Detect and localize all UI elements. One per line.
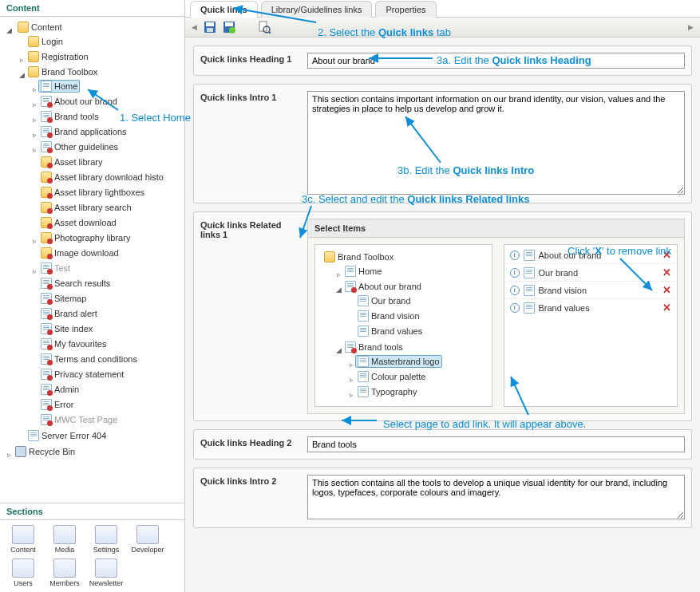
- tree-label: Brand Toolbox: [338, 252, 394, 262]
- tree-item-asset-library-lightboxes[interactable]: Asset library lightboxes: [38, 186, 147, 199]
- tree-item-brand-applications[interactable]: Brand applications: [38, 125, 129, 138]
- scroll-left-icon[interactable]: ◀: [192, 23, 197, 31]
- toggle-icon[interactable]: ▹: [347, 361, 355, 369]
- save-icon[interactable]: [204, 21, 216, 34]
- tree-item-error[interactable]: Error: [38, 398, 76, 411]
- tree-label: Search results: [54, 278, 110, 288]
- page-icon: [41, 308, 52, 319]
- intro-2-textarea[interactable]: This section contains all the tools to d…: [307, 475, 685, 519]
- save-publish-icon[interactable]: [223, 21, 235, 34]
- mini-tree-brand-tools[interactable]: Brand tools: [342, 341, 405, 353]
- tree-item-image-download[interactable]: Image download: [38, 247, 121, 259]
- tree-item-server-error[interactable]: Server Error 404: [26, 429, 109, 442]
- mini-tree[interactable]: Brand Toolbox ▹Home ◢About our brand ▹Ou…: [314, 244, 492, 407]
- page-icon: [41, 126, 52, 137]
- tree-item-recycle-bin[interactable]: Recycle Bin: [13, 445, 77, 458]
- remove-icon[interactable]: ✕: [662, 249, 671, 261]
- toggle-icon[interactable]: ▹: [347, 391, 355, 399]
- section-media[interactable]: Media: [46, 525, 83, 554]
- section-settings[interactable]: Settings: [88, 525, 125, 554]
- toggle-icon[interactable]: ◢: [5, 26, 13, 34]
- tree-item-photography-library[interactable]: Photography library: [38, 231, 132, 244]
- mini-tree-typography[interactable]: Typography: [355, 385, 419, 398]
- mini-tree-brand-values[interactable]: Brand values: [355, 325, 425, 337]
- tree-item-brand-tools[interactable]: Brand tools: [38, 110, 101, 123]
- info-icon[interactable]: i: [510, 303, 520, 313]
- toggle-icon[interactable]: ▹: [30, 146, 38, 154]
- toggle-icon[interactable]: ▹: [30, 85, 38, 93]
- remove-icon[interactable]: ✕: [662, 284, 671, 296]
- section-users[interactable]: Users: [5, 558, 42, 587]
- section-label: Members: [49, 579, 80, 587]
- tree-item-mwc-test-page[interactable]: MWC Test Page: [38, 413, 120, 426]
- info-icon[interactable]: i: [510, 251, 520, 260]
- toggle-icon[interactable]: ▹: [30, 237, 38, 245]
- toggle-icon[interactable]: ▹: [30, 116, 38, 124]
- section-newsletter[interactable]: Newsletter: [88, 558, 125, 587]
- toggle-icon[interactable]: ▹: [30, 131, 38, 139]
- tree-item-other-guidelines[interactable]: Other guidelines: [38, 140, 121, 153]
- mini-tree-colour-palette[interactable]: Colour palette: [355, 370, 429, 383]
- tree-item-brand-alert[interactable]: Brand alert: [38, 307, 100, 320]
- svg-rect-4: [225, 22, 233, 26]
- toggle-icon[interactable]: ▹: [30, 101, 38, 109]
- scroll-right-icon[interactable]: ▶: [688, 23, 694, 31]
- tree-item-privacy-statement[interactable]: Privacy statement: [38, 368, 126, 381]
- page-icon: [41, 323, 52, 334]
- remove-icon[interactable]: ✕: [662, 302, 671, 314]
- tab-properties[interactable]: Properties: [375, 1, 436, 18]
- mini-tree-brand-vision[interactable]: Brand vision: [355, 310, 422, 322]
- page-icon: [41, 338, 52, 349]
- mini-tree-about-brand[interactable]: About our brand: [342, 280, 424, 293]
- toggle-icon[interactable]: ▹: [18, 56, 26, 64]
- tree-item-registration[interactable]: Registration: [26, 50, 91, 63]
- toggle-icon[interactable]: ▹: [334, 270, 342, 278]
- tree-item-asset-library-search[interactable]: Asset library search: [38, 201, 134, 214]
- tab-quick-links[interactable]: Quick links: [190, 1, 258, 18]
- toggle-icon[interactable]: ▹: [30, 267, 38, 275]
- tree-item-login[interactable]: Login: [26, 35, 65, 48]
- section-content[interactable]: Content: [5, 525, 42, 554]
- mini-tree-brand-toolbox[interactable]: Brand Toolbox: [322, 251, 396, 263]
- section-members[interactable]: Members: [46, 558, 83, 587]
- tree-item-home[interactable]: Home: [38, 80, 80, 93]
- tree-item-brand-toolbox[interactable]: Brand Toolbox: [26, 65, 100, 78]
- mini-tree-our-brand[interactable]: Our brand: [355, 294, 413, 307]
- tree-item-terms-conditions[interactable]: Terms and conditions: [38, 353, 140, 365]
- toggle-icon[interactable]: ▹: [347, 376, 355, 384]
- content-tree[interactable]: ◢ Content ▹Login ▹Registration ◢Brand To…: [0, 17, 184, 503]
- preview-icon[interactable]: [258, 21, 271, 34]
- tree-item-test[interactable]: Test: [38, 262, 73, 274]
- intro-1-textarea[interactable]: This section contains important informat…: [307, 91, 685, 195]
- tree-item-my-favourites[interactable]: My favourites: [38, 337, 109, 350]
- tree-item-search-results[interactable]: Search results: [38, 277, 113, 290]
- section-label: Users: [14, 579, 33, 587]
- info-icon[interactable]: i: [510, 286, 520, 295]
- page-icon: [41, 353, 52, 365]
- tab-library-guidelines[interactable]: Library/Guidelines links: [261, 1, 373, 18]
- section-developer[interactable]: Developer: [129, 525, 166, 554]
- toggle-icon[interactable]: ▹: [5, 451, 13, 459]
- heading-1-input[interactable]: [307, 53, 685, 69]
- mini-tree-masterbrand-logo[interactable]: Masterbrand logo: [355, 355, 442, 368]
- tree-item-admin[interactable]: Admin: [38, 383, 81, 396]
- info-icon[interactable]: i: [510, 268, 520, 278]
- tree-item-asset-library[interactable]: Asset library: [38, 156, 105, 168]
- tree-item-asset-download[interactable]: Asset download: [38, 216, 119, 229]
- tree-item-about-brand[interactable]: About our brand: [38, 95, 120, 108]
- heading-2-input[interactable]: [307, 436, 685, 452]
- selected-item-label: Brand vision: [539, 286, 587, 295]
- toggle-icon[interactable]: ◢: [334, 286, 342, 294]
- tree-item-sitemap[interactable]: Sitemap: [38, 292, 89, 305]
- toggle-icon[interactable]: ◢: [18, 71, 26, 79]
- mini-tree-home[interactable]: Home: [342, 265, 384, 278]
- tree-label: Home: [54, 81, 77, 91]
- remove-icon[interactable]: ✕: [662, 266, 671, 278]
- toggle-icon[interactable]: ◢: [334, 346, 342, 354]
- tree-label: Privacy statement: [54, 369, 124, 379]
- tree-root-content[interactable]: Content: [15, 21, 65, 34]
- tree-item-asset-library-download-history[interactable]: Asset library download histo: [38, 171, 166, 184]
- tree-item-site-index[interactable]: Site index: [38, 322, 95, 335]
- folder-icon: [41, 232, 52, 243]
- field-intro-2: Quick links Intro 2 This section contain…: [193, 468, 692, 528]
